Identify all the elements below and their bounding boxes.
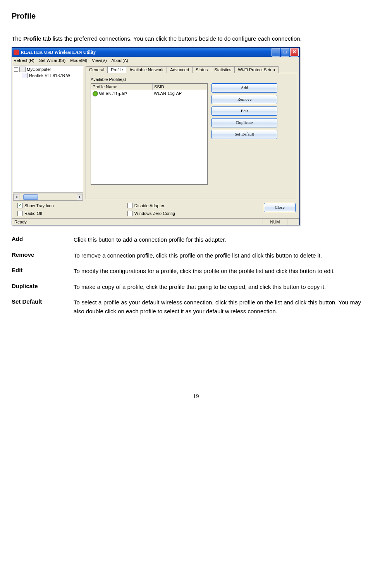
tab-strip: General Profile Available Network Advanc… bbox=[86, 66, 297, 73]
page-heading: Profile bbox=[12, 12, 380, 21]
scroll-thumb[interactable] bbox=[23, 194, 38, 200]
menubar: Refresh(R) Set Wizard(S) Mode(M) View(V)… bbox=[12, 57, 299, 64]
intro-paragraph: The Profile tab lists the preferred conn… bbox=[12, 32, 380, 45]
def-desc-set-default: To select a profile as your default wire… bbox=[74, 298, 380, 316]
column-header-profile-name[interactable]: Profile Name bbox=[91, 84, 153, 90]
definition-list: Add Click this button to add a connectio… bbox=[12, 235, 380, 316]
menu-mode[interactable]: Mode(M) bbox=[70, 58, 87, 63]
titlebar[interactable]: REALTEK USB Wireless LAN Utility _ □ ✕ bbox=[12, 48, 299, 57]
device-icon bbox=[22, 73, 28, 78]
add-button[interactable]: Add bbox=[211, 83, 277, 93]
def-desc-duplicate: To make a copy of a profile, click the p… bbox=[74, 283, 380, 292]
intro-text-prefix: The bbox=[12, 35, 23, 42]
tree-node-root[interactable]: − MyComputer bbox=[14, 66, 82, 72]
close-button[interactable]: Close bbox=[264, 203, 296, 212]
status-ready: Ready bbox=[12, 219, 263, 225]
checkbox-show-tray-label: Show Tray Icon bbox=[24, 203, 54, 208]
intro-bold: Profile bbox=[23, 35, 41, 42]
menu-about[interactable]: About(A) bbox=[112, 58, 128, 63]
def-term-set-default: Set Default bbox=[12, 298, 74, 316]
app-window: REALTEK USB Wireless LAN Utility _ □ ✕ R… bbox=[12, 47, 300, 225]
scroll-right-icon[interactable]: ▸ bbox=[77, 194, 83, 200]
status-grip bbox=[287, 219, 299, 225]
def-desc-remove: To remove a connection profile, click th… bbox=[74, 251, 380, 260]
checkbox-radio-off[interactable]: Radio Off bbox=[17, 211, 54, 216]
checkbox-disable-adapter-label: Disable Adapter bbox=[134, 203, 165, 208]
tab-status[interactable]: Status bbox=[192, 66, 211, 73]
maximize-button[interactable]: □ bbox=[281, 48, 289, 57]
remove-button[interactable]: Remove bbox=[211, 95, 277, 104]
statusbar: Ready NUM bbox=[12, 218, 299, 225]
list-item[interactable]: WLAN-11g-AP WLAN-11g-AP bbox=[91, 90, 207, 97]
def-term-edit: Edit bbox=[12, 267, 74, 276]
duplicate-button[interactable]: Duplicate bbox=[211, 118, 277, 127]
tree-child-label: Realtek RTL8187B W bbox=[29, 73, 70, 78]
tree-scrollbar[interactable]: ◂ ▸ bbox=[13, 194, 83, 201]
checkbox-win-zero-label: Windows Zero Config bbox=[134, 211, 175, 216]
tab-profile[interactable]: Profile bbox=[107, 66, 126, 73]
checkbox-icon bbox=[127, 211, 133, 216]
tab-statistics[interactable]: Statistics bbox=[211, 66, 235, 73]
def-desc-add: Click this button to add a connection pr… bbox=[74, 235, 380, 244]
checkbox-icon bbox=[127, 203, 133, 208]
column-header-ssid[interactable]: SSID bbox=[153, 84, 207, 90]
tree-toggle-icon[interactable]: − bbox=[14, 67, 18, 72]
tree-root-label: MyComputer bbox=[27, 67, 51, 72]
tab-wps[interactable]: Wi-Fi Protect Setup bbox=[234, 66, 278, 73]
menu-view[interactable]: View(V) bbox=[92, 58, 107, 63]
device-tree[interactable]: − MyComputer Realtek RTL8187B W bbox=[13, 65, 83, 193]
ssid-cell: WLAN-11g-AP bbox=[152, 91, 207, 97]
set-default-button[interactable]: Set Default bbox=[211, 130, 277, 139]
checkbox-radio-off-label: Radio Off bbox=[24, 211, 42, 216]
close-window-button[interactable]: ✕ bbox=[290, 48, 299, 57]
edit-button[interactable]: Edit bbox=[211, 106, 277, 116]
app-icon bbox=[14, 50, 19, 55]
window-title: REALTEK USB Wireless LAN Utility bbox=[21, 50, 271, 55]
page-number: 19 bbox=[12, 393, 380, 400]
checkbox-show-tray[interactable]: ✓ Show Tray Icon bbox=[17, 203, 54, 208]
tab-advanced[interactable]: Advanced bbox=[167, 66, 193, 73]
profile-listview[interactable]: Profile Name SSID WLAN-11g-AP WLAN-11g-A… bbox=[91, 83, 208, 185]
profile-name-cell: WLAN-11g-AP bbox=[99, 91, 127, 96]
tab-available-network[interactable]: Available Network bbox=[126, 66, 167, 73]
menu-set-wizard[interactable]: Set Wizard(S) bbox=[39, 58, 65, 63]
status-num: NUM bbox=[263, 219, 287, 225]
profile-row-icon bbox=[93, 91, 98, 96]
checkbox-icon: ✓ bbox=[17, 203, 23, 208]
intro-text-suffix: tab lists the preferred connections. You… bbox=[41, 35, 302, 42]
def-term-remove: Remove bbox=[12, 251, 74, 260]
checkbox-win-zero[interactable]: Windows Zero Config bbox=[127, 211, 175, 216]
checkbox-icon bbox=[17, 211, 23, 216]
tab-general[interactable]: General bbox=[86, 66, 108, 73]
tree-node-child[interactable]: Realtek RTL8187B W bbox=[22, 72, 82, 79]
def-desc-edit: To modify the configurations for a profi… bbox=[74, 267, 380, 276]
menu-refresh[interactable]: Refresh(R) bbox=[14, 58, 34, 63]
computer-icon bbox=[19, 67, 26, 72]
def-term-duplicate: Duplicate bbox=[12, 283, 74, 292]
def-term-add: Add bbox=[12, 235, 74, 244]
scroll-left-icon[interactable]: ◂ bbox=[13, 194, 19, 200]
minimize-button[interactable]: _ bbox=[272, 48, 280, 57]
group-label: Available Profile(s) bbox=[91, 77, 293, 82]
checkbox-disable-adapter[interactable]: Disable Adapter bbox=[127, 203, 175, 208]
